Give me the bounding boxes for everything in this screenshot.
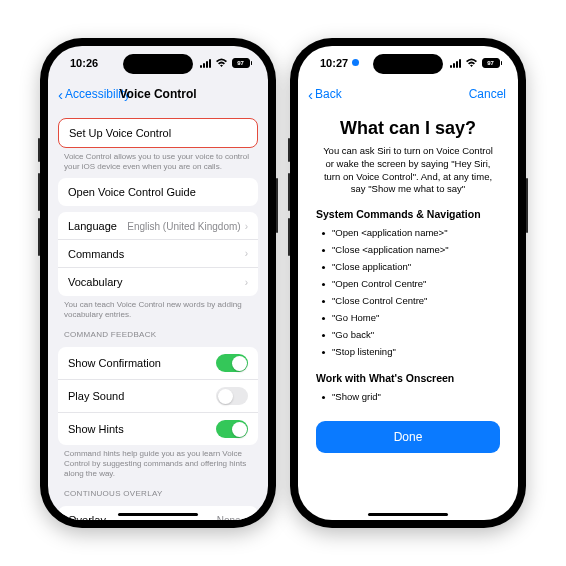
back-chevron-icon[interactable]: ‹ <box>58 87 63 102</box>
list-item: "Open Control Centre" <box>322 275 500 292</box>
show-hints-row: Show Hints <box>58 413 258 445</box>
list-item: "Open <application name>" <box>322 224 500 241</box>
vocabulary-row[interactable]: Vocabulary › <box>58 268 258 296</box>
iphone-left: 10:26 97 ‹ Accessibility Voice Control S… <box>40 38 276 528</box>
dynamic-island <box>373 54 443 74</box>
show-hints-label: Show Hints <box>68 423 124 435</box>
nav-bar: ‹ Accessibility Voice Control <box>48 80 268 108</box>
chevron-right-icon: › <box>245 515 248 520</box>
list-item: "Close Control Centre" <box>322 292 500 309</box>
status-time: 10:27 <box>320 57 359 69</box>
guide-label: Open Voice Control Guide <box>68 186 196 198</box>
language-row[interactable]: Language English (United Kingdom)› <box>58 212 258 240</box>
back-chevron-icon[interactable]: ‹ <box>308 87 313 102</box>
status-time: 10:26 <box>70 57 98 69</box>
chevron-right-icon: › <box>245 221 248 232</box>
language-value: English (United Kingdom) <box>127 221 240 232</box>
play-sound-toggle[interactable] <box>216 387 248 405</box>
commands-row[interactable]: Commands › <box>58 240 258 268</box>
vocabulary-footer: You can teach Voice Control new words by… <box>48 296 268 320</box>
battery-icon: 97 <box>232 58 253 68</box>
play-sound-label: Play Sound <box>68 390 124 402</box>
setup-voice-control-label: Set Up Voice Control <box>69 127 171 139</box>
hints-footer: Command hints help guide you as you lear… <box>48 445 268 479</box>
cellular-icon <box>200 59 211 68</box>
cellular-icon <box>450 59 461 68</box>
back-button[interactable]: Back <box>315 87 342 101</box>
list-item: "Stop listening" <box>322 343 500 360</box>
list-item: "Go Home" <box>322 309 500 326</box>
guide-cell[interactable]: Open Voice Control Guide <box>58 178 258 206</box>
overlay-header: CONTINUOUS OVERLAY <box>48 479 268 500</box>
onscreen-list: "Show grid" <box>316 388 500 405</box>
feedback-header: COMMAND FEEDBACK <box>48 320 268 341</box>
system-commands-header: System Commands & Navigation <box>316 208 500 220</box>
chevron-right-icon: › <box>245 248 248 259</box>
list-item: "Go back" <box>322 326 500 343</box>
iphone-right: 10:27 97 ‹ Back Cancel What can I say? Y… <box>290 38 526 528</box>
done-button[interactable]: Done <box>316 421 500 453</box>
nav-title: Voice Control <box>119 87 196 101</box>
nav-bar: ‹ Back Cancel <box>298 80 518 108</box>
overlay-label: Overlay <box>68 514 106 520</box>
vocabulary-label: Vocabulary <box>68 276 122 288</box>
page-title: What can I say? <box>316 118 500 139</box>
show-confirmation-row: Show Confirmation <box>58 347 258 380</box>
onscreen-header: Work with What's Onscreen <box>316 372 500 384</box>
overlay-value: None <box>217 515 241 520</box>
cancel-button[interactable]: Cancel <box>469 87 506 101</box>
home-indicator[interactable] <box>368 513 448 516</box>
home-indicator[interactable] <box>118 513 198 516</box>
list-item: "Show grid" <box>322 388 500 405</box>
battery-icon: 97 <box>482 58 503 68</box>
list-item: "Close <application name>" <box>322 241 500 258</box>
show-confirmation-toggle[interactable] <box>216 354 248 372</box>
commands-label: Commands <box>68 248 124 260</box>
language-label: Language <box>68 220 117 232</box>
show-confirmation-label: Show Confirmation <box>68 357 161 369</box>
system-commands-list: "Open <application name>" "Close <applic… <box>316 224 500 360</box>
wifi-icon <box>465 58 478 68</box>
play-sound-row: Play Sound <box>58 380 258 413</box>
chevron-right-icon: › <box>245 277 248 288</box>
setup-footer: Voice Control allows you to use your voi… <box>48 148 268 172</box>
intro-text: You can ask Siri to turn on Voice Contro… <box>316 145 500 196</box>
wifi-icon <box>215 58 228 68</box>
mic-indicator-icon <box>352 59 359 66</box>
list-item: "Close application" <box>322 258 500 275</box>
setup-voice-control-cell[interactable]: Set Up Voice Control <box>58 118 258 148</box>
show-hints-toggle[interactable] <box>216 420 248 438</box>
dynamic-island <box>123 54 193 74</box>
